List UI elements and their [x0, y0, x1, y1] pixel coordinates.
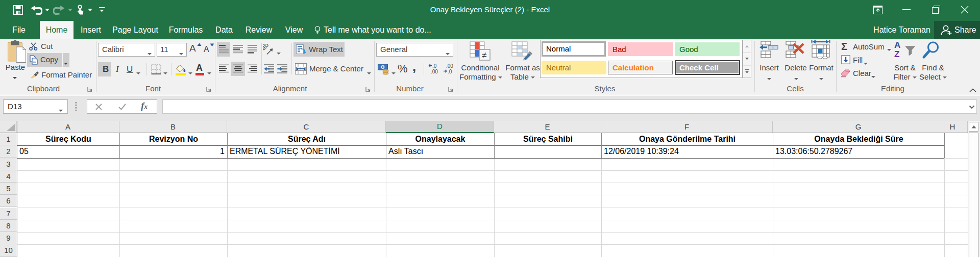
- svg-text:≠: ≠: [482, 50, 486, 60]
- svg-text:.00: .00: [446, 63, 453, 69]
- svg-text:.00: .00: [431, 69, 438, 74]
- svg-text:.0: .0: [448, 69, 452, 74]
- svg-text:ab: ab: [263, 44, 270, 52]
- svg-text:.0: .0: [432, 63, 437, 69]
